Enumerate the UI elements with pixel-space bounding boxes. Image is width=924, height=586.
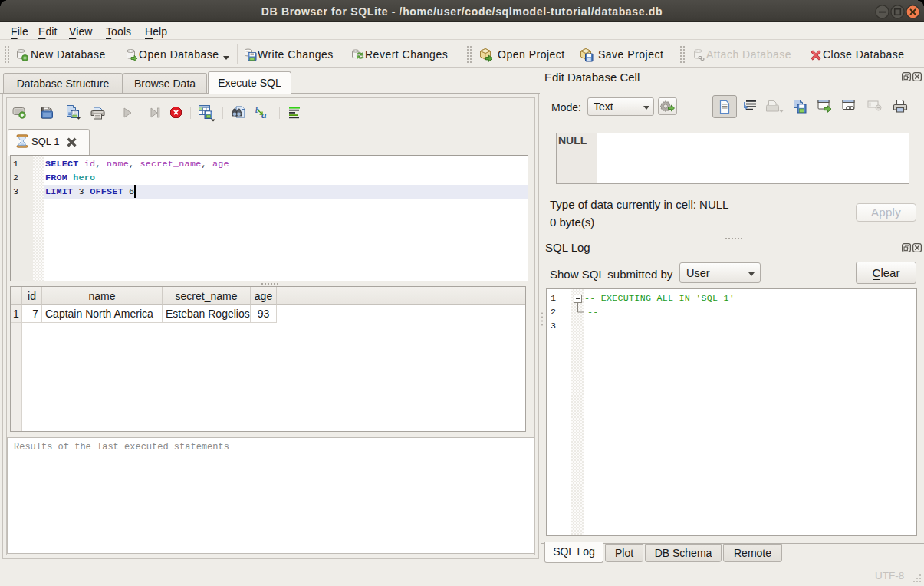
svg-text:b: b (255, 106, 259, 114)
